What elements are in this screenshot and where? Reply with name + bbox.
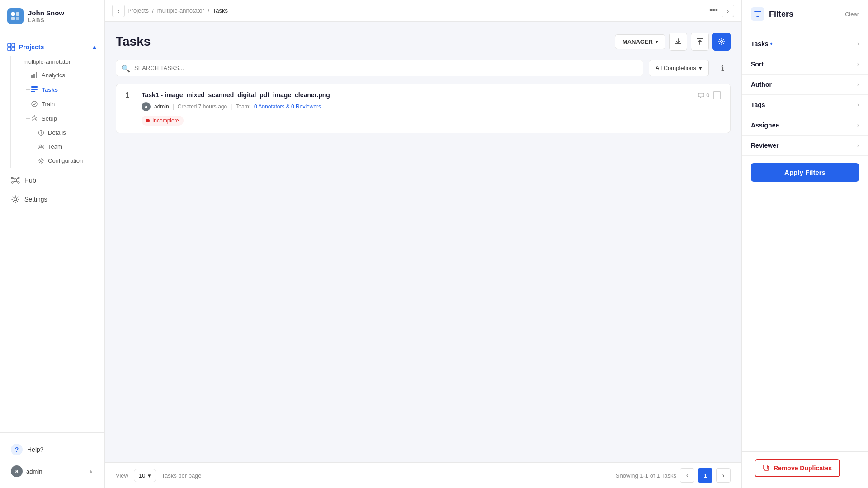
completions-chevron: ▾ xyxy=(699,65,702,71)
manager-button[interactable]: MANAGER ▾ xyxy=(615,34,665,49)
pagination-right: Showing 1-1 of 1 Tasks ‹ 1 › xyxy=(616,468,731,483)
search-input[interactable] xyxy=(116,60,643,76)
completions-select[interactable]: All Completions ▾ xyxy=(649,60,709,76)
filter-icon xyxy=(754,10,761,18)
task-title[interactable]: Task1 - image_mixed_scanned_digital_pdf_… xyxy=(142,91,691,99)
showing-text: Showing 1-1 of 1 Tasks xyxy=(616,472,676,479)
next-page-button[interactable]: › xyxy=(716,468,731,483)
sidebar: John Snow LABS Projects ▲ multiple-annot… xyxy=(0,0,105,488)
filter-tags-section: Tags › xyxy=(742,95,868,115)
tasks-area: Tasks MANAGER ▾ xyxy=(105,22,741,462)
sidebar-item-setup[interactable]: Setup xyxy=(18,111,104,126)
upload-button[interactable] xyxy=(691,33,709,51)
tasks-actions: MANAGER ▾ xyxy=(615,33,731,51)
breadcrumb-more-button[interactable]: ••• xyxy=(706,4,722,17)
logo-area: John Snow LABS xyxy=(0,0,104,33)
search-container: 🔍 xyxy=(116,60,643,76)
filter-reviewer-title: Reviewer xyxy=(751,142,778,149)
team-link[interactable]: 0 Annotators & 0 Reviewers xyxy=(254,103,321,110)
breadcrumb-sep1: / xyxy=(152,7,154,14)
sidebar-expand-button[interactable]: › xyxy=(722,5,734,17)
svg-rect-16 xyxy=(41,132,41,134)
filter-tasks-header[interactable]: Tasks › xyxy=(742,34,868,54)
task-list: 1 Task1 - image_mixed_scanned_digital_pd… xyxy=(116,84,731,133)
filter-assignee-header[interactable]: Assignee › xyxy=(742,115,868,135)
settings-button[interactable] xyxy=(712,33,731,51)
help-button[interactable]: ? Help? xyxy=(4,439,101,460)
clear-filters-button[interactable]: Clear xyxy=(845,11,859,18)
filters-icon xyxy=(751,7,764,21)
sidebar-item-tasks[interactable]: Tasks xyxy=(18,82,104,97)
user-row[interactable]: a admin ▲ xyxy=(4,461,101,482)
config-icon xyxy=(38,158,44,164)
comment-count: 0 xyxy=(698,92,709,99)
prev-page-button[interactable]: ‹ xyxy=(680,468,694,483)
analytics-icon xyxy=(31,71,38,79)
task-number: 1 xyxy=(125,91,134,99)
pagination-bar: View 10 ▾ Tasks per page Showing 1-1 of … xyxy=(105,462,741,488)
filter-sort-chevron: › xyxy=(857,61,859,67)
page-size-select[interactable]: 10 ▾ xyxy=(134,469,156,482)
status-label: Incomplete xyxy=(152,117,179,124)
filter-assignee-chevron: › xyxy=(857,122,859,128)
task-content: Task1 - image_mixed_scanned_digital_pdf_… xyxy=(142,91,691,126)
sidebar-item-hub[interactable]: Hub xyxy=(4,171,101,189)
setup-label: Setup xyxy=(42,115,57,122)
sidebar-item-configuration[interactable]: Configuration xyxy=(18,154,104,168)
filters-header: Filters Clear xyxy=(742,0,868,28)
filter-author-title: Author xyxy=(751,81,772,88)
svg-point-23 xyxy=(18,177,19,179)
projects-icon xyxy=(7,43,15,51)
svg-point-21 xyxy=(14,179,17,182)
projects-chevron: ▲ xyxy=(92,44,97,50)
sidebar-item-team[interactable]: Team xyxy=(18,140,104,154)
svg-point-19 xyxy=(42,145,43,147)
sidebar-collapse-button[interactable]: ‹ xyxy=(112,5,125,17)
sidebar-item-details[interactable]: Details xyxy=(18,126,104,140)
download-button[interactable] xyxy=(669,33,687,51)
sidebar-item-train[interactable]: Train xyxy=(18,97,104,111)
filter-tags-header[interactable]: Tags › xyxy=(742,95,868,115)
filter-author-header[interactable]: Author › xyxy=(742,75,868,94)
svg-point-14 xyxy=(32,101,37,107)
info-button[interactable]: ℹ xyxy=(714,60,731,76)
task-author: admin xyxy=(154,103,169,110)
settings-label: Settings xyxy=(24,196,47,203)
filter-assignee-title: Assignee xyxy=(751,122,779,129)
filter-sort-header[interactable]: Sort › xyxy=(742,54,868,74)
setup-icon xyxy=(31,115,38,122)
svg-point-30 xyxy=(14,198,17,201)
upload-icon xyxy=(696,38,704,46)
sidebar-item-settings[interactable]: Settings xyxy=(4,190,101,208)
filters-title: Filters xyxy=(769,9,793,19)
details-label: Details xyxy=(48,129,66,136)
analytics-label: Analytics xyxy=(42,72,65,79)
main-content: ‹ Projects / multiple-annotator / Tasks … xyxy=(105,0,741,488)
remove-dup-icon xyxy=(763,465,770,472)
filter-reviewer-header[interactable]: Reviewer › xyxy=(742,136,868,155)
sidebar-projects-header[interactable]: Projects ▲ xyxy=(0,38,104,56)
task-checkbox[interactable] xyxy=(713,91,721,99)
apply-filters-button[interactable]: Apply Filters xyxy=(751,163,859,182)
view-label: View xyxy=(116,472,128,479)
help-icon: ? xyxy=(11,444,23,455)
filter-sort-section: Sort › xyxy=(742,54,868,75)
breadcrumb-current: Tasks xyxy=(213,7,228,14)
page-size-chevron: ▾ xyxy=(148,472,151,479)
gear-icon xyxy=(717,38,726,46)
svg-line-29 xyxy=(17,181,18,183)
train-label: Train xyxy=(42,101,55,108)
svg-rect-13 xyxy=(31,91,35,92)
logo-name: John Snow xyxy=(28,9,64,17)
svg-point-24 xyxy=(11,182,13,183)
remove-duplicates-button[interactable]: Remove Duplicates xyxy=(755,459,840,477)
svg-rect-1 xyxy=(16,12,19,16)
sidebar-item-analytics[interactable]: Analytics xyxy=(18,68,104,82)
svg-rect-0 xyxy=(11,12,15,16)
current-page[interactable]: 1 xyxy=(698,468,712,483)
filter-tasks-section: Tasks › xyxy=(742,34,868,54)
sidebar-project-name[interactable]: multiple-annotator xyxy=(18,56,104,68)
manager-chevron: ▾ xyxy=(656,39,658,44)
comment-icon xyxy=(698,92,704,99)
status-badge: Incomplete xyxy=(142,116,184,126)
